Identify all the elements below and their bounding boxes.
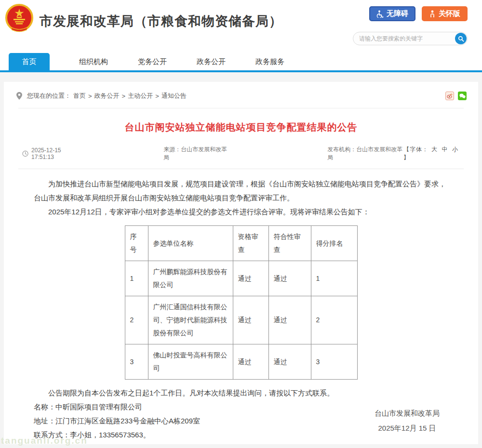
main-nav: 首页 组织机构 党务公开 政务公开 政务服务 [0,48,482,72]
breadcrumb-label: 您现在的位置： [27,92,71,100]
header-tools: 无障碍 关怀版 [353,6,468,45]
cell-score-rank: 1 [311,261,357,296]
paragraph: 2025年12月12日，专家评审小组对参选单位提交的参选文件进行综合评审。现将评… [34,205,448,219]
accessibility-button[interactable]: 无障碍 [369,6,415,21]
breadcrumb-item-notices[interactable]: 通知公告 [161,92,187,100]
article-meta: 2025-12-15 17:51:13 来源：台山市发展和改革局 发布机构：台山… [18,145,464,162]
table-row: 1 广州鹏辉能源科技股份有限公司 通过 通过 1 [125,261,357,296]
breadcrumb: 您现在的位置： 首页 > 政务公开 > 主动公开 > 通知公告 [4,82,478,106]
clock-icon [22,150,28,157]
national-emblem-logo [4,2,35,34]
cell-seq: 3 [125,344,148,380]
watermark-text: tanguanli.org.cn [1,435,88,446]
care-version-button[interactable]: 关怀版 [422,6,468,21]
cell-unit-name: 佛山时投壹号高科有限公司 [148,344,233,380]
cell-conformity: 通过 [268,261,311,296]
column-header-seq: 序号 [125,226,148,261]
nav-tab-organization[interactable]: 组织机构 [79,53,108,70]
location-pin-icon [16,92,22,100]
search-icon [458,36,464,42]
font-size-label-close: 】 [403,154,410,161]
nav-underline [0,70,482,72]
breadcrumb-divider [18,108,464,108]
cell-unit-name: 广州汇通国信科技有限公司、宁德时代新能源科技股份有限公司 [148,296,233,344]
table-row: 3 佛山时投壹号高科有限公司 通过 通过 3 [125,344,357,380]
article-publisher: 发布机构：台山市发展和改革局 [327,145,403,162]
site-header: 市发展和改革局（市粮食和物资储备局） 无障碍 关怀版 [0,0,482,48]
article-source: 来源：台山市发展和改革局 [163,145,228,162]
nav-tab-home[interactable]: 首页 [9,53,50,70]
font-size-label: 【字体： [403,146,428,153]
signature-block: 台山市发展和改革局 2025年12月 15 日 [375,406,440,435]
breadcrumb-item-home[interactable]: 首页 [73,92,86,100]
column-header-conformity: 符合性审查 [268,226,311,261]
nav-tab-party-affairs[interactable]: 党务公开 [137,53,167,70]
cell-seq: 1 [125,261,148,296]
person-heart-icon [429,10,436,18]
care-version-label: 关怀版 [439,9,460,18]
cell-conformity: 通过 [268,296,311,344]
accessibility-label: 无障碍 [387,9,408,18]
cell-seq: 2 [125,296,148,344]
nav-tab-government-affairs[interactable]: 政务公开 [196,53,226,70]
nav-tab-government-services[interactable]: 政务服务 [255,53,285,70]
wechat-share-icon[interactable] [458,92,467,100]
article-body: 为加快推进台山市新型储能电站项目发展，规范项目建设管理，根据《台山市阁安站独立储… [4,169,478,219]
font-size-control: 【字体： 大 中 小 】 [403,145,464,162]
breadcrumb-separator: > [122,92,126,100]
breadcrumb-separator: > [88,92,92,100]
column-header-qualification: 资格审查 [233,226,268,261]
breadcrumb-item-gov-open[interactable]: 政务公开 [94,92,120,100]
table-header-row: 序号 参选单位名称 资格审查 符合性审查 得分排名 [125,226,357,261]
cell-qualification: 通过 [233,296,268,344]
cell-score-rank: 3 [311,344,357,380]
search-input[interactable] [353,32,468,45]
wheelchair-icon [376,10,384,18]
review-result-table: 序号 参选单位名称 资格审查 符合性审查 得分排名 1 广州鹏辉能源科技股份有限… [125,225,358,380]
site-title: 市发展和改革局（市粮食和物资储备局） [40,13,282,30]
cell-qualification: 通过 [233,261,268,296]
table-row: 2 广州汇通国信科技有限公司、宁德时代新能源科技股份有限公司 通过 通过 2 [125,296,357,344]
paragraph: 为加快推进台山市新型储能电站项目发展，规范项目建设管理，根据《台山市阁安站独立储… [34,177,448,205]
signature-date: 2025年12月 15 日 [375,421,440,435]
signature-org: 台山市发展和改革局 [375,406,440,421]
weibo-share-icon[interactable] [445,92,454,100]
breadcrumb-item-proactive[interactable]: 主动公开 [128,92,153,100]
cell-unit-name: 广州鹏辉能源科技股份有限公司 [148,261,233,296]
article-title: 台山市阁安站独立储能电站项目竞争配置结果的公告 [4,121,478,134]
cell-score-rank: 2 [311,296,357,344]
cell-qualification: 通过 [233,344,268,380]
cell-conformity: 通过 [268,344,311,380]
content-card: 您现在的位置： 首页 > 政务公开 > 主动公开 > 通知公告 [4,82,478,444]
publish-datetime: 2025-12-15 17:51:13 [31,147,81,160]
column-header-score-rank: 得分排名 [311,226,357,261]
notice-period-text: 公告期限为自本公告发布之日起1个工作日。凡对本次结果提出询问，请按以下方式联系。 [34,386,448,400]
font-size-large-button[interactable]: 大 [431,146,438,153]
search-button[interactable] [455,33,467,44]
font-size-medium-button[interactable]: 中 [442,146,448,153]
font-size-small-button[interactable]: 小 [452,146,458,153]
column-header-unit-name: 参选单位名称 [148,226,233,261]
breadcrumb-separator: > [155,92,159,100]
